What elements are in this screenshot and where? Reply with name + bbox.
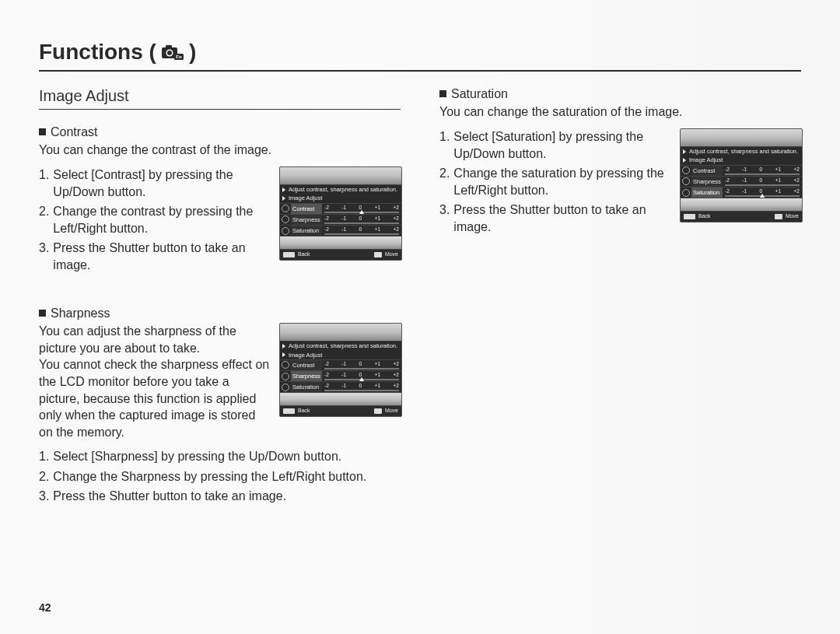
lcd-scale: -2-10+1+2 bbox=[322, 225, 401, 236]
steps-saturation: 1.Select [Saturation] by pressing the Up… bbox=[439, 128, 672, 239]
lcd-adjust-row-saturation: Saturation -2-10+1+2 bbox=[280, 225, 401, 236]
lcd-preview-image bbox=[280, 324, 401, 341]
lcd-scale: -2-10+1+2 bbox=[322, 359, 401, 370]
lcd-footer-back: Back bbox=[298, 408, 310, 415]
lcd-scale: -2-10+1+2 bbox=[322, 203, 401, 214]
svg-rect-1 bbox=[166, 45, 172, 48]
contrast-icon bbox=[280, 359, 291, 370]
lcd-footer-back: Back bbox=[698, 213, 711, 220]
subblock-saturation: Saturation You can change the saturation… bbox=[439, 86, 801, 239]
menu-button-icon bbox=[684, 214, 695, 219]
sub-title-saturation: Saturation bbox=[439, 86, 801, 103]
lcd-preview-image bbox=[280, 167, 401, 184]
step-number: 3. bbox=[439, 201, 450, 235]
sub-desc-sharpness-1: You can adjust the sharpness of the pict… bbox=[39, 323, 271, 356]
page-title: Functions ( Fn ) bbox=[39, 37, 801, 72]
triangle-icon bbox=[282, 352, 285, 357]
svg-point-3 bbox=[167, 51, 172, 55]
step-number: 2. bbox=[39, 468, 49, 485]
step-text: Select [Saturation] by pressing the Up/D… bbox=[453, 128, 672, 162]
columns: Image Adjust Contrast You can change the… bbox=[39, 86, 801, 533]
lcd-adjust-row-contrast: Contrast-2-10+1+2 bbox=[681, 165, 802, 176]
lcd-scale: -2-10+1+2 bbox=[723, 176, 802, 187]
lcd-adjust-row-saturation: Saturation-2-10+1+2 bbox=[681, 187, 802, 198]
lcd-row-label: Saturation bbox=[291, 225, 322, 236]
lcd-scale: -2-10+1+2 bbox=[322, 370, 401, 381]
camera-fn-icon: Fn bbox=[161, 44, 184, 61]
lcd-footer-back: Back bbox=[298, 251, 310, 258]
step-text: Press the Shutter button to take an imag… bbox=[53, 240, 271, 273]
step-text: Change the Sharpness by pressing the Lef… bbox=[53, 468, 366, 485]
lcd-illustration: Adjust contrast, sharpness and saturatio… bbox=[680, 128, 801, 222]
lcd-footer-move: Move bbox=[385, 251, 398, 258]
lcd-tip-row: Adjust contrast, sharpness and saturatio… bbox=[280, 341, 401, 350]
lcd-row-label: Sharpness bbox=[691, 176, 723, 187]
lcd-footer: Back Move bbox=[280, 249, 401, 260]
lcd-footer: BackMove bbox=[681, 211, 802, 222]
sharpness-icon bbox=[280, 370, 291, 381]
square-bullet-icon bbox=[39, 128, 46, 135]
nav-button-icon bbox=[374, 252, 382, 257]
step: 3.Press the Shutter button to take an im… bbox=[39, 488, 401, 505]
step-text: Change the saturation by pressing the Le… bbox=[453, 165, 672, 198]
subblock-sharpness: Sharpness You can adjust the sharpness o… bbox=[39, 305, 401, 506]
square-bullet-icon bbox=[39, 310, 46, 317]
saturation-icon bbox=[280, 225, 291, 236]
triangle-icon bbox=[282, 344, 285, 349]
lcd-tip-row: Adjust contrast, sharpness and saturatio… bbox=[280, 184, 401, 194]
triangle-icon bbox=[683, 158, 686, 163]
saturation-icon bbox=[681, 187, 691, 198]
sub-title-sharpness: Sharpness bbox=[39, 305, 401, 322]
step: 2.Change the saturation by pressing the … bbox=[439, 165, 672, 198]
lcd-row-label: Sharpness bbox=[291, 214, 322, 225]
nav-button-icon bbox=[374, 408, 382, 414]
menu-button-icon bbox=[283, 408, 295, 414]
step-number: 1. bbox=[439, 128, 450, 162]
step-number: 3. bbox=[39, 240, 49, 273]
triangle-icon bbox=[282, 187, 285, 192]
step-number: 1. bbox=[39, 448, 49, 465]
step-number: 1. bbox=[39, 166, 49, 200]
sub-title-label: Sharpness bbox=[51, 305, 110, 322]
lcd-scale: -2-10+1+2 bbox=[723, 187, 802, 198]
page-title-text-before: Functions ( bbox=[39, 37, 156, 67]
contrast-icon bbox=[280, 203, 291, 214]
lcd-adjust-row-sharpness: Sharpness-2-10+1+2 bbox=[280, 370, 401, 381]
lcd-row-label: Saturation bbox=[291, 381, 322, 392]
lcd-preview-image bbox=[681, 129, 802, 146]
sub-title-label: Contrast bbox=[51, 124, 97, 141]
step-number: 3. bbox=[39, 488, 49, 505]
manual-page: Functions ( Fn ) Image Adjust Contrast bbox=[0, 0, 840, 634]
lcd-footer-move: Move bbox=[385, 408, 398, 415]
step-and-lcd-contrast: 1.Select [Contrast] by pressing the Up/D… bbox=[39, 166, 401, 277]
step: 1.Select [Saturation] by pressing the Up… bbox=[439, 128, 672, 162]
lcd-adjust-row-saturation: Saturation-2-10+1+2 bbox=[280, 381, 401, 392]
lcd-scale: -2-10+1+2 bbox=[723, 165, 802, 176]
lcd-footer-move: Move bbox=[786, 213, 799, 220]
step-text: Press the Shutter button to take an imag… bbox=[453, 201, 672, 235]
steps-contrast: 1.Select [Contrast] by pressing the Up/D… bbox=[39, 166, 271, 277]
lcd-footer: BackMove bbox=[280, 405, 401, 416]
step: 2.Change the Sharpness by pressing the L… bbox=[39, 468, 401, 485]
lcd-title-text: Image Adjust bbox=[289, 194, 322, 201]
sharpness-icon bbox=[280, 214, 291, 225]
lcd-adjust-row-contrast: Contrast -2-10+1+2 bbox=[280, 203, 401, 214]
lcd-scale: -2-10+1+2 bbox=[322, 214, 401, 225]
step-and-lcd-saturation: 1.Select [Saturation] by pressing the Up… bbox=[439, 128, 801, 239]
square-bullet-icon bbox=[439, 90, 446, 97]
lcd-title-row: Image Adjust bbox=[280, 194, 401, 202]
lcd-title-row: Image Adjust bbox=[681, 156, 802, 164]
subblock-contrast: Contrast You can change the contrast of … bbox=[39, 124, 401, 277]
lcd-scale: -2-10+1+2 bbox=[322, 381, 401, 392]
step: 1.Select [Contrast] by pressing the Up/D… bbox=[39, 166, 271, 200]
lcd-preview-image bbox=[681, 198, 802, 211]
step: 3.Press the Shutter button to take an im… bbox=[439, 201, 672, 235]
lcd-row-label: Contrast bbox=[291, 203, 322, 214]
sub-desc-saturation: You can change the saturation of the ima… bbox=[439, 103, 801, 121]
step: 3.Press the Shutter button to take an im… bbox=[39, 240, 271, 273]
step-number: 2. bbox=[39, 203, 49, 236]
lcd-tip-text: Adjust contrast, sharpness and saturatio… bbox=[289, 342, 397, 349]
page-number: 42 bbox=[39, 601, 51, 615]
step-text: Select [Sharpness] by pressing the Up/Do… bbox=[53, 448, 341, 465]
sub-title-contrast: Contrast bbox=[39, 124, 401, 141]
